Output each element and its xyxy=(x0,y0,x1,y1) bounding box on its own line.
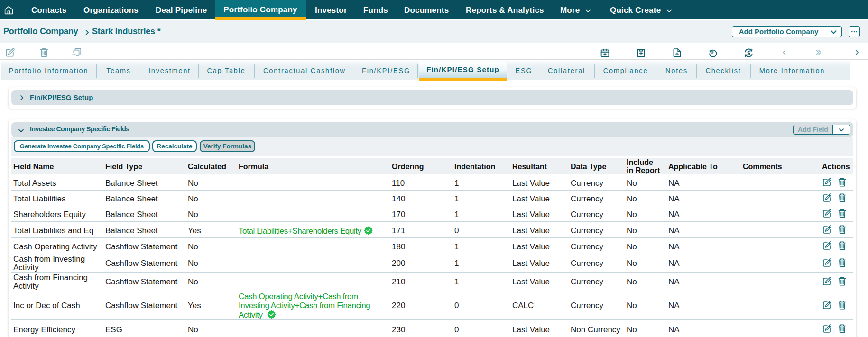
svg-text:$: $ xyxy=(747,50,750,56)
